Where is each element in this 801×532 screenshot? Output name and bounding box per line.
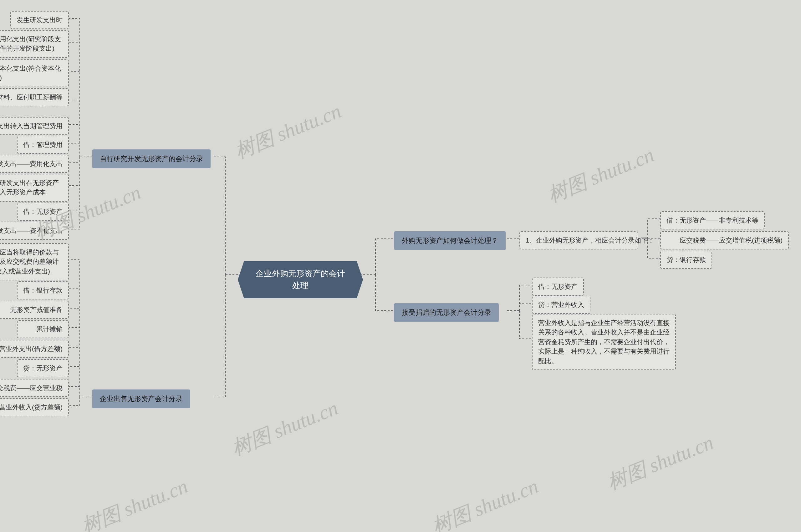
watermark: 树图 shutu.cn: [231, 97, 345, 165]
leaf-r1-0: 借：无形资产——非专利技术等: [660, 211, 765, 229]
leaf-lt-8: 借：无形资产: [17, 203, 69, 221]
leaf-lb-2: 无形资产减值准备: [0, 301, 69, 319]
leaf-lt-9: 贷：研发支出——资本化支出: [0, 222, 69, 240]
root-node[interactable]: 企业外购无形资产的会计 处理: [238, 261, 363, 298]
watermark: 树图 shutu.cn: [428, 473, 542, 532]
leaf-lb-1: 借：银行存款: [17, 281, 69, 300]
leaf-lt-2: 研发支出——资本化支出(符合资本化条件的开发阶段支出): [0, 59, 69, 87]
leaf-r1-intro: 1、企业外购无形资产，相应会计分录如下：: [520, 231, 638, 249]
branch-sell[interactable]: 企业出售无形资产会计分录: [92, 390, 190, 408]
watermark: 树图 shutu.cn: [77, 473, 192, 532]
leaf-lt-1: 借：研发支出——费用化支出(研究阶段支出和不符合资本化条件的开发阶段支出): [0, 30, 69, 58]
leaf-lb-3: 累计摊销: [17, 320, 69, 338]
leaf-lt-5: 借：管理费用: [17, 136, 69, 154]
branch-self-develop[interactable]: 自行研究开发无形资产的会计分录: [92, 149, 211, 168]
watermark: 树图 shutu.cn: [227, 395, 342, 462]
watermark: 树图 shutu.cn: [544, 141, 658, 208]
leaf-lb-0: 企业出售无形资产，应当将取得的价款与该无形资产账面价值及应交税费的差额计入当期损…: [0, 243, 69, 280]
leaf-r1-2: 贷：银行存款: [660, 251, 712, 269]
leaf-lb-6: 应交税费——应交营业税: [0, 379, 69, 397]
leaf-lt-6: 贷：研发支出——费用化支出: [0, 155, 69, 173]
leaf-lt-0: 发生研发支出时: [10, 11, 69, 29]
branch-donation[interactable]: 接受捐赠的无形资产会计分录: [394, 303, 499, 322]
leaf-r2-0: 借：无形资产: [532, 278, 584, 296]
watermark: 树图 shutu.cn: [603, 429, 717, 496]
leaf-r2-1: 贷：营业外收入: [532, 296, 590, 314]
leaf-r2-2: 营业外收入是指与企业生产经营活动没有直接关系的各种收入。营业外收入并不是由企业经…: [532, 314, 676, 370]
leaf-lt-7: 将符合资本化条件的研发支出在无形资产达到可使用状态时转入无形资产成本: [0, 174, 69, 202]
leaf-lb-4: 营业外支出(借方差额): [0, 340, 69, 358]
leaf-lb-7: 营业外收入(贷方差额): [0, 398, 69, 416]
leaf-lt-3: 贷：银行存款、原材料、应付职工薪酬等: [0, 88, 69, 106]
leaf-lt-4: 期末，将费用化的研发支出转入当期管理费用: [0, 117, 69, 135]
mindmap-canvas: { "watermark": "树图 shutu.cn", "root": { …: [0, 0, 801, 532]
leaf-lb-5: 贷：无形资产: [17, 359, 69, 377]
branch-purchase[interactable]: 外购无形资产如何做会计处理？: [394, 231, 506, 250]
leaf-r1-1: 应交税费——应交增值税(进项税额): [660, 231, 789, 249]
